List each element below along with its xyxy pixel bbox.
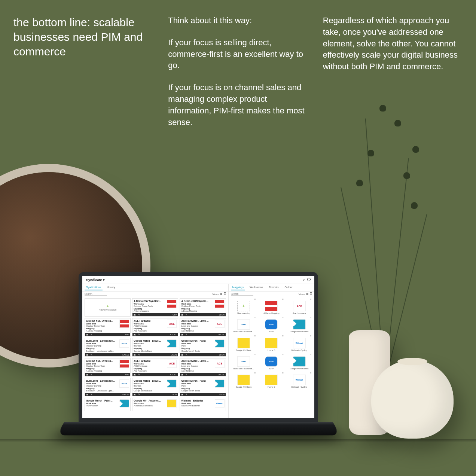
tile-menu-icon[interactable]: ≡ <box>254 335 256 337</box>
card-action-icons[interactable]: ▣ ✎ <box>181 393 188 396</box>
mapping-tile[interactable]: ≡Google Mfr Basic <box>231 335 256 351</box>
tile-thumb: ERP <box>265 319 278 330</box>
views-switch-right[interactable]: Views ▦ ≣ <box>299 293 312 296</box>
card-action-icons[interactable]: ▣ ✎ <box>134 354 141 356</box>
tile-thumb: Walmart <box>293 375 306 385</box>
card-thumb: Walmart <box>215 399 225 408</box>
syndication-card[interactable]: Google Merch - PaintWork areaPaintMappin… <box>180 338 226 356</box>
card-action-icons[interactable]: ▣ ✎ <box>86 333 93 336</box>
mapping-tile[interactable]: ≡buildBuild.com - Landsca... <box>231 317 256 333</box>
tile-menu-icon[interactable]: ≡ <box>310 317 311 318</box>
syndication-card[interactable]: Ace Hardware - Lawn ...Work areaLawn and… <box>180 358 226 376</box>
syndication-card[interactable]: A Demo XML Syndica...Work areaOutdoor Po… <box>85 358 131 376</box>
tile-menu-icon[interactable]: ≡ <box>254 317 256 318</box>
mapping-tile[interactable]: ≡WalmartWalmart - Cycling <box>287 372 312 388</box>
syndication-card[interactable]: ACE HardwareWork areaACE HardwareMapping… <box>132 358 178 376</box>
mapping-tile[interactable]: ≡ERPERP <box>259 354 284 370</box>
tile-menu-icon[interactable]: ≡ <box>254 372 256 374</box>
tile-thumb <box>237 338 250 348</box>
syndication-card[interactable]: A Demo CSV Syndicat...Work areaOutdoor P… <box>132 298 178 317</box>
card-thumb <box>119 399 129 408</box>
tile-menu-icon[interactable]: ≡ <box>282 372 283 374</box>
card-thumb <box>167 399 177 408</box>
card-action-icons[interactable]: ▣ ✎ <box>181 314 188 316</box>
card-action-icons[interactable]: ▣ ✎ <box>134 333 141 336</box>
syndication-card[interactable]: A Demo XML Syndica...Work areaOutdoor Po… <box>85 318 131 336</box>
app-titlebar: Syndicate ▾ ♂ ⓘ <box>82 276 314 284</box>
lead-text: Think about it this way: <box>168 15 308 27</box>
card-action-icons[interactable]: ▣ ✎ <box>181 333 188 336</box>
search-input-right[interactable] <box>231 293 253 296</box>
card-action-icons[interactable]: ▣ ✎ <box>134 373 141 376</box>
tab-output[interactable]: Output <box>283 285 294 290</box>
new-mapping-tile[interactable]: ≡ + New mapping <box>231 298 256 314</box>
mapping-tile[interactable]: ≡Google Merch Basic <box>287 354 312 370</box>
tab-syndications[interactable]: Syndications <box>85 285 103 290</box>
tab-history[interactable]: History <box>106 285 117 290</box>
mapping-tile[interactable]: ≡Google Merch Basic <box>287 317 312 333</box>
tile-menu-icon[interactable]: ≡ <box>310 354 311 356</box>
syndication-card[interactable]: Google Mfr - Automot...Work areaAutomoti… <box>132 398 178 411</box>
syndication-grid: + New syndication A Demo CSV Syndicat...… <box>82 297 228 413</box>
tile-label: Walmart - Cycling <box>287 349 312 351</box>
card-action-icons[interactable]: ▣ ✎ <box>134 393 141 396</box>
syndication-card[interactable]: Build.com - Landscape...Work areaOutdoor… <box>85 338 131 356</box>
tab-mappings[interactable]: Mappings <box>231 285 245 290</box>
mapping-tile[interactable]: ≡Google Mfr Basic <box>231 372 256 388</box>
right-pane: Mappings Work areas Formats Output Views… <box>229 284 314 418</box>
tile-menu-icon[interactable]: ≡ <box>254 354 256 356</box>
syndication-card[interactable]: Build.com - Landscape...Work areaOutdoor… <box>85 378 131 396</box>
tile-menu-icon[interactable]: ≡ <box>310 299 311 300</box>
syndication-card[interactable]: Google Merch - Bicycl...Work areaBicycle… <box>132 338 178 356</box>
format-badge: JSON <box>171 393 177 396</box>
mapping-tile[interactable]: ≡ERPERP <box>259 317 284 333</box>
mapping-tile[interactable]: ≡A Demo Mapping <box>259 298 284 314</box>
page-heading: the bottom line: scalable businesses nee… <box>13 15 153 59</box>
right-col: Regardless of which approach you take, o… <box>323 15 463 128</box>
chevron-down-icon: ▾ <box>103 278 105 282</box>
format-badge: XML <box>125 333 129 336</box>
card-thumb <box>215 339 225 348</box>
tile-menu-icon[interactable]: ≡ <box>310 335 311 337</box>
mapping-tile[interactable]: ≡Home D <box>259 335 284 351</box>
tile-menu-icon[interactable]: ≡ <box>282 317 283 318</box>
card-action-icons[interactable]: ▣ ✎ <box>86 354 93 356</box>
syndication-card[interactable]: Google Merch - PaintWork areaPaintMappin… <box>180 378 226 396</box>
app-title[interactable]: Syndicate ▾ <box>86 278 105 282</box>
card-thumb: ACE <box>215 320 225 328</box>
new-syndication-card[interactable]: + New syndication <box>85 298 131 317</box>
syndication-card[interactable]: Walmart - BatteriesWork areaAutomotive B… <box>180 398 226 411</box>
format-badge: JSON <box>219 393 225 396</box>
syndication-card[interactable]: Google Merch - Bicycl...Work areaBicycle… <box>132 378 178 396</box>
mapping-tile[interactable]: ≡ACEAce Hardware <box>287 298 312 314</box>
tile-thumb <box>265 301 278 311</box>
card-action-icons[interactable]: ▣ ✎ <box>181 373 188 376</box>
mapping-tile[interactable]: ≡WalmartWalmart - Cycling <box>287 335 312 351</box>
tab-workareas[interactable]: Work areas <box>248 285 265 290</box>
card-thumb <box>119 360 129 368</box>
syndication-card[interactable]: Ace Hardware - Lawn ...Work areaLawn and… <box>180 318 226 336</box>
card-action-icons[interactable]: ▣ ✎ <box>86 373 93 376</box>
info-icon[interactable]: ⓘ <box>307 277 311 282</box>
gender-icon[interactable]: ♂ <box>302 278 305 282</box>
tile-menu-icon[interactable]: ≡ <box>282 299 283 300</box>
tile-menu-icon[interactable]: ≡ <box>310 372 311 374</box>
views-switch[interactable]: Views ▦ ≣ <box>213 293 226 296</box>
search-input[interactable] <box>85 293 107 296</box>
card-action-icons[interactable]: ▣ ✎ <box>181 354 188 356</box>
middle-col: Think about it this way: If your focus i… <box>168 15 308 128</box>
tile-menu-icon[interactable]: ≡ <box>282 335 283 337</box>
tile-thumb: build <box>237 356 250 367</box>
tile-label: Ace Hardware <box>287 312 312 314</box>
mapping-tile[interactable]: ≡Home D <box>259 372 284 388</box>
para-direct: If your focus is selling direct, commerc… <box>168 37 308 71</box>
syndication-card[interactable]: A Demo JSON Syndic...Work areaOutdoor Po… <box>180 298 226 317</box>
syndication-card[interactable]: Google Merch - Paint ...Work areaPaint V… <box>85 398 131 411</box>
card-action-icons[interactable]: ▣ ✎ <box>134 314 141 316</box>
card-action-icons[interactable]: ▣ ✎ <box>86 393 93 396</box>
syndication-card[interactable]: ACE HardwareWork areaACE HardwareMapping… <box>132 318 178 336</box>
tile-label: Build.com - Landsca... <box>231 367 256 370</box>
mapping-tile[interactable]: ≡buildBuild.com - Landsca... <box>231 354 256 370</box>
tab-formats[interactable]: Formats <box>268 285 280 290</box>
tile-menu-icon[interactable]: ≡ <box>282 354 283 356</box>
